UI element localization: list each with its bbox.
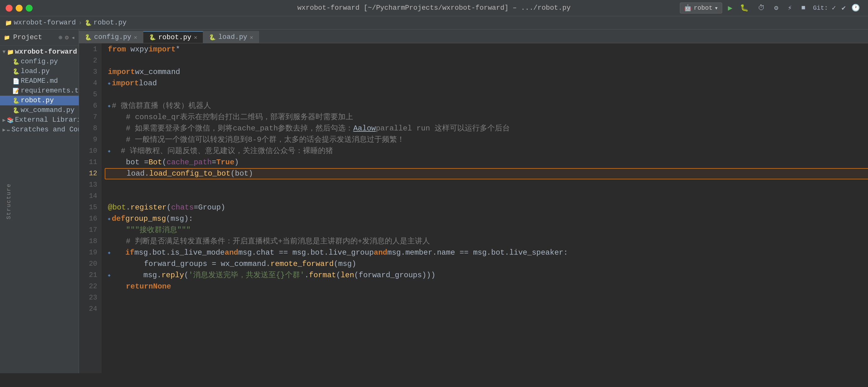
project-name: wxrobot-forward [15, 48, 77, 56]
project-root[interactable]: ▼ 📁 wxrobot-forward ~/Pyc [0, 47, 79, 57]
run-config-button[interactable]: 🤖 robot ▾ [680, 2, 722, 13]
collapse-icon[interactable]: ◂ [71, 34, 75, 41]
breadcrumb-bar: 📁 wxrobot-forward › 🐍 robot.py [0, 16, 868, 29]
code-line-21: ◈ msg.reply('消息发送完毕，共发送至{}个群'.format(len… [108, 270, 868, 281]
file-readme[interactable]: 📄 README.md [0, 76, 79, 86]
file-robot[interactable]: 🐍 robot.py [0, 96, 79, 106]
settings-icon[interactable]: ⚙ [65, 34, 69, 41]
tab-close-icon[interactable]: ✕ [134, 34, 137, 41]
window-controls[interactable] [6, 5, 33, 11]
sidebar-title: Project [13, 34, 42, 41]
txt-icon: 📝 [12, 88, 20, 94]
add-icon[interactable]: ⊕ [59, 34, 62, 41]
coverage-button[interactable]: ⏱ [756, 2, 767, 13]
code-editor: 1 2 3 4 5 6 7 8 9 10 11 12 13 14 15 16 1… [79, 43, 868, 373]
git-label: Git: [813, 4, 828, 11]
external-libraries-label: External Libraries [15, 116, 79, 124]
git-check2-icon[interactable]: ✔ [840, 2, 848, 13]
code-line-19: ◈ if msg.bot.is_live_mode and msg.chat =… [108, 247, 868, 259]
py-file-icon: 🐍 [85, 34, 92, 41]
robot-icon: 🤖 [684, 4, 692, 12]
line-num-19: 19 [79, 247, 97, 259]
stop-button[interactable]: ■ [799, 3, 807, 13]
tab-label: config.py [94, 33, 131, 41]
tab-close-icon[interactable]: ✕ [250, 34, 253, 41]
code-line-8: # 如果需要登录多个微信，则将cache_path参数去掉，然后勾选：Aalow… [108, 123, 868, 134]
scratches-and-consoles[interactable]: ▶ ✏️ Scratches and Consoles [0, 125, 79, 135]
tab-robot[interactable]: 🐍 robot.py ✕ [143, 31, 203, 43]
line-num-20: 20 [79, 259, 97, 270]
build-button[interactable]: ⚙ [772, 2, 780, 13]
line-num-12: 12 [79, 168, 97, 179]
filename: robot.py [21, 97, 54, 105]
file-config[interactable]: 🐍 config.py [0, 57, 79, 66]
run-button[interactable]: ▶ [728, 3, 732, 12]
code-line-23 [108, 292, 868, 304]
line-num-5: 5 [79, 89, 97, 100]
gutter-mark-6: ◈ [108, 100, 111, 112]
line-num-3: 3 [79, 66, 97, 78]
run-tools-button[interactable]: ⚡ [786, 2, 794, 13]
py-icon: 🐍 [12, 58, 20, 65]
code-line-11: bot = Bot(cache_path=True) [108, 157, 868, 168]
minimize-button[interactable] [16, 5, 23, 11]
line-num-16: 16 [79, 213, 97, 225]
debug-button[interactable]: 🐛 [738, 2, 750, 13]
code-line-17: """接收群消息""" [108, 225, 868, 236]
code-line-3: import wx_command [108, 66, 868, 78]
tab-config[interactable]: 🐍 config.py ✕ [79, 31, 143, 43]
line-numbers: 1 2 3 4 5 6 7 8 9 10 11 12 13 14 15 16 1… [79, 43, 102, 373]
sidebar: 📁 Project ⊕ ⚙ ◂ ▼ 📁 wxrobot-forward ~/Py… [0, 29, 79, 373]
py-file-icon: 🐍 [209, 34, 216, 41]
external-libraries[interactable]: ▶ 📚 External Libraries [0, 115, 79, 125]
toolbar-right: 🤖 robot ▾ ▶ 🐛 ⏱ ⚙ ⚡ ■ Git: ✓ ✔ 🕐 [680, 2, 862, 13]
tab-close-icon[interactable]: ✕ [194, 34, 197, 41]
tab-label: load.py [218, 33, 247, 41]
tab-label: robot.py [158, 34, 192, 41]
code-line-6: ◈ # 微信群直播（转发）机器人 [108, 100, 868, 112]
main-layout: 📁 Project ⊕ ⚙ ◂ ▼ 📁 wxrobot-forward ~/Py… [0, 29, 868, 373]
file-wx-command[interactable]: 🐍 wx_command.py [0, 106, 79, 115]
code-line-4: ◈ import load [108, 78, 868, 89]
code-line-13 [108, 179, 868, 191]
git-checkmark-icon[interactable]: ✓ [830, 2, 838, 13]
gutter-mark-16: ◈ [108, 213, 111, 225]
file-breadcrumb[interactable]: 🐍 robot.py [85, 19, 127, 27]
file-load[interactable]: 🐍 load.py [0, 66, 79, 76]
project-breadcrumb[interactable]: 📁 wxrobot-forward [5, 19, 76, 27]
py-icon: 🐍 [12, 107, 20, 114]
expand-arrow: ▶ [2, 127, 6, 133]
git-section: Git: ✓ ✔ 🕐 [813, 2, 862, 13]
code-line-7: # console_qr表示在控制台打出二维码，部署到服务器时需要加上 [108, 112, 868, 123]
code-line-5 [108, 89, 868, 100]
scratch-icon: ✏️ [7, 126, 10, 133]
title-bar: wxrobot-forward [~/PycharmProjects/wxrob… [0, 0, 868, 16]
line-num-13: 13 [79, 179, 97, 191]
line-num-23: 23 [79, 292, 97, 304]
file-tree: ▼ 📁 wxrobot-forward ~/Pyc 🐍 config.py 🐍 … [0, 46, 79, 373]
line-num-18: 18 [79, 236, 97, 247]
line-num-24: 24 [79, 304, 97, 315]
line-num-17: 17 [79, 225, 97, 236]
breadcrumb-separator: › [79, 19, 82, 26]
maximize-button[interactable] [26, 5, 33, 11]
filename: README.md [21, 77, 58, 85]
line-num-22: 22 [79, 281, 97, 292]
filename: requirements.txt [21, 87, 79, 95]
expand-arrow: ▶ [2, 117, 6, 123]
tab-load[interactable]: 🐍 load.py ✕ [203, 31, 259, 43]
git-clock-icon[interactable]: 🕐 [849, 2, 862, 13]
code-line-12: load.load_config_to_bot(bot) [105, 168, 868, 179]
gutter-mark-4: ◈ [108, 78, 111, 89]
sidebar-toolbar[interactable]: ⊕ ⚙ ◂ [59, 34, 75, 41]
code-line-2 [108, 55, 868, 66]
line-num-10: 10 [79, 146, 97, 157]
code-line-10: ◈ # 详细教程、问题反馈、意见建议，关注微信公众号：裸睡的猪 [108, 146, 868, 157]
line-num-7: 7 [79, 112, 97, 123]
code-line-22: return None [108, 281, 868, 292]
line-num-14: 14 [79, 191, 97, 202]
file-requirements[interactable]: 📝 requirements.txt [0, 86, 79, 96]
window-title: wxrobot-forward [~/PycharmProjects/wxrob… [297, 4, 570, 12]
close-button[interactable] [6, 5, 12, 11]
line-num-8: 8 [79, 123, 97, 134]
